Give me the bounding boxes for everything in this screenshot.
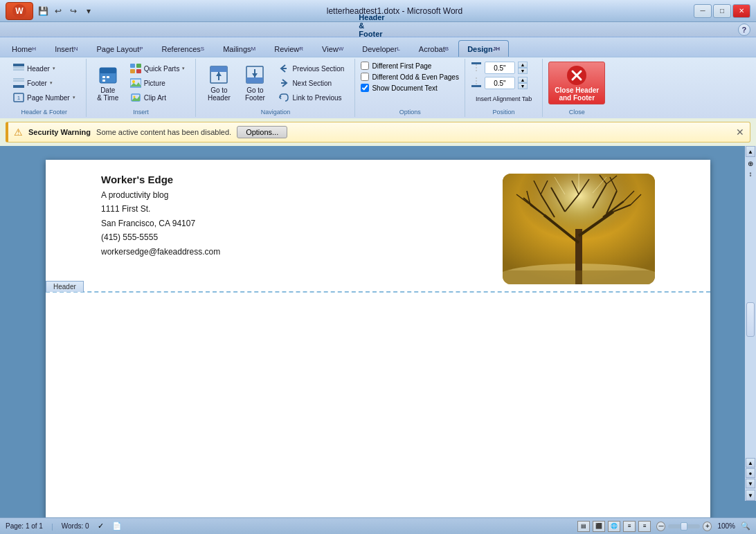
help-button[interactable]: ? — [738, 24, 750, 36]
svg-rect-11 — [100, 68, 116, 73]
maximize-button[interactable]: □ — [713, 4, 731, 18]
next-section-button[interactable]: Next Section — [273, 76, 349, 90]
minimize-button[interactable]: ─ — [694, 4, 712, 18]
position-bottom-spinner: ▲ ▼ — [518, 77, 528, 89]
track-changes-icon[interactable]: 📄 — [112, 522, 122, 531]
svg-rect-24 — [210, 66, 227, 72]
scroll-thumb[interactable] — [746, 302, 755, 337]
tab-home[interactable]: Home H — [3, 40, 45, 57]
tab-mailings[interactable]: Mailings M — [214, 40, 264, 57]
view-buttons: ▤ ⬛ 🌐 ≡ ≡ — [577, 521, 651, 532]
pos-bottom-up[interactable]: ▲ — [518, 77, 528, 83]
ribbon-group-navigation: Go to Header Go to Footer Previous Secti… — [196, 59, 355, 117]
next-page-button[interactable]: ▼ — [746, 479, 755, 488]
scroll-tool-2[interactable]: ↕ — [749, 170, 753, 178]
undo-btn[interactable]: ↩ — [51, 4, 65, 18]
close-button[interactable]: ✕ — [732, 4, 750, 18]
company-city-state: San Francisco, CA 94107 — [101, 217, 220, 230]
outline-view[interactable]: ≡ — [623, 521, 636, 532]
zoom-slider: ─ + — [656, 522, 712, 531]
tab-review[interactable]: Review R — [265, 40, 312, 57]
tab-view[interactable]: View W — [313, 40, 352, 57]
header-label: Header — [46, 281, 84, 292]
svg-rect-2 — [13, 64, 24, 66]
web-layout-view[interactable]: 🌐 — [608, 521, 620, 532]
save-btn[interactable]: 💾 — [36, 4, 50, 18]
pos-bottom-down[interactable]: ▼ — [518, 83, 528, 89]
pos-top-down[interactable]: ▼ — [518, 68, 528, 74]
insert-group-content: Date & Time Quick Parts ▾ Pictu — [91, 60, 192, 107]
hf-tools-label: Header & Footer Tools — [359, 22, 384, 37]
page-body[interactable] — [46, 293, 710, 514]
word-count: Words: 0 — [62, 522, 89, 530]
tab-acrobat[interactable]: Acrobat B — [410, 40, 458, 57]
tab-design[interactable]: Design JH — [458, 40, 509, 57]
tab-page-layout[interactable]: Page Layout P — [87, 40, 152, 57]
zoom-level: 100% — [717, 522, 735, 530]
zoom-icon[interactable]: 🔍 — [741, 522, 750, 531]
go-to-header-icon — [208, 64, 230, 85]
redo-btn[interactable]: ↪ — [66, 4, 80, 18]
insert-alignment-tab-button[interactable]: Insert Alignment Tab — [471, 92, 537, 106]
print-layout-view[interactable]: ▤ — [577, 521, 590, 532]
scroll-down-button[interactable]: ▼ — [746, 490, 755, 501]
full-screen-view[interactable]: ⬛ — [593, 521, 605, 532]
zoom-out-button[interactable]: ─ — [656, 522, 665, 531]
different-odd-even-checkbox[interactable] — [361, 73, 369, 81]
title-bar-left: W 💾 ↩ ↪ ▾ — [6, 2, 96, 20]
different-first-page-checkbox[interactable] — [361, 62, 369, 70]
prev-page-button[interactable]: ▲ — [746, 458, 755, 468]
proofing-icon[interactable]: ✓ — [98, 522, 104, 531]
show-document-text-option[interactable]: Show Document Text — [361, 84, 437, 92]
options-group-content: Different First Page Different Odd & Eve… — [359, 60, 460, 107]
go-to-header-button[interactable]: Go to Header — [201, 62, 236, 104]
quick-access-toolbar: 💾 ↩ ↪ ▾ — [36, 4, 96, 18]
draft-view[interactable]: ≡ — [638, 521, 651, 532]
position-bottom-icon — [471, 77, 482, 89]
header-button[interactable]: Header ▾ — [8, 62, 80, 75]
page-number-button[interactable]: 1 Page Number ▾ — [8, 91, 80, 104]
select-browse-button[interactable]: ● — [746, 468, 755, 478]
security-bar: ⚠ Security Warning Some active content h… — [6, 122, 750, 142]
go-to-footer-button[interactable]: Go to Footer — [237, 62, 272, 104]
go-to-footer-icon — [244, 64, 266, 85]
quick-parts-button[interactable]: Quick Parts ▾ — [125, 62, 190, 75]
different-odd-even-option[interactable]: Different Odd & Even Pages — [361, 73, 458, 81]
previous-section-button[interactable]: Previous Section — [273, 62, 349, 75]
scroll-up-button[interactable]: ▲ — [746, 146, 755, 157]
position-top-input[interactable] — [485, 62, 515, 74]
date-time-button[interactable]: Date & Time — [92, 62, 124, 104]
scroll-tool-1[interactable]: ⊕ — [748, 160, 753, 167]
status-bar: Page: 1 of 1 | Words: 0 ✓ 📄 ▤ ⬛ 🌐 ≡ ≡ ─ … — [0, 517, 756, 534]
office-button[interactable]: W — [6, 2, 33, 20]
zoom-handle[interactable] — [681, 522, 687, 531]
close-header-footer-button[interactable]: Close Header and Footer — [548, 62, 605, 104]
zoom-track[interactable] — [668, 524, 700, 528]
clip-art-button[interactable]: Clip Art — [125, 91, 190, 104]
pos-top-up[interactable]: ▲ — [518, 62, 528, 68]
tab-references[interactable]: References S — [153, 40, 214, 57]
position-bottom-input[interactable] — [485, 77, 515, 89]
picture-button[interactable]: Picture — [125, 76, 190, 90]
tab-insert[interactable]: Insert N — [46, 40, 87, 57]
link-to-previous-button[interactable]: Link to Previous — [273, 91, 349, 104]
ribbon-tabs: Home H Insert N Page Layout P References… — [0, 37, 756, 57]
footer-button[interactable]: Footer ▾ — [8, 76, 80, 90]
zoom-in-button[interactable]: + — [703, 522, 712, 531]
position-top-spinner: ▲ ▼ — [518, 62, 528, 74]
different-first-page-option[interactable]: Different First Page — [361, 62, 431, 70]
tab-developer[interactable]: Developer L — [353, 40, 409, 57]
quick-access-more[interactable]: ▾ — [82, 4, 96, 18]
ribbon-group-header-footer: Header ▾ Footer ▾ 1 Page Nu — [3, 59, 87, 117]
svg-rect-15 — [130, 64, 135, 68]
hf-group-content: Header ▾ Footer ▾ 1 Page Nu — [7, 60, 82, 107]
content-area: Worker's Edge A productivity blog 1111 F… — [0, 146, 756, 517]
svg-rect-14 — [102, 80, 105, 82]
security-close-button[interactable]: ✕ — [736, 127, 744, 138]
vertical-scrollbar[interactable]: ▲ ⊕ ↕ ▲ ● ▼ ▼ — [745, 146, 756, 501]
show-document-text-checkbox[interactable] — [361, 84, 369, 92]
footer-dropdown: ▾ — [50, 80, 53, 86]
ribbon-group-options: Different First Page Different Odd & Eve… — [355, 59, 465, 117]
page-header[interactable]: Worker's Edge A productivity blog 1111 F… — [46, 160, 710, 293]
security-options-button[interactable]: Options... — [237, 126, 287, 138]
